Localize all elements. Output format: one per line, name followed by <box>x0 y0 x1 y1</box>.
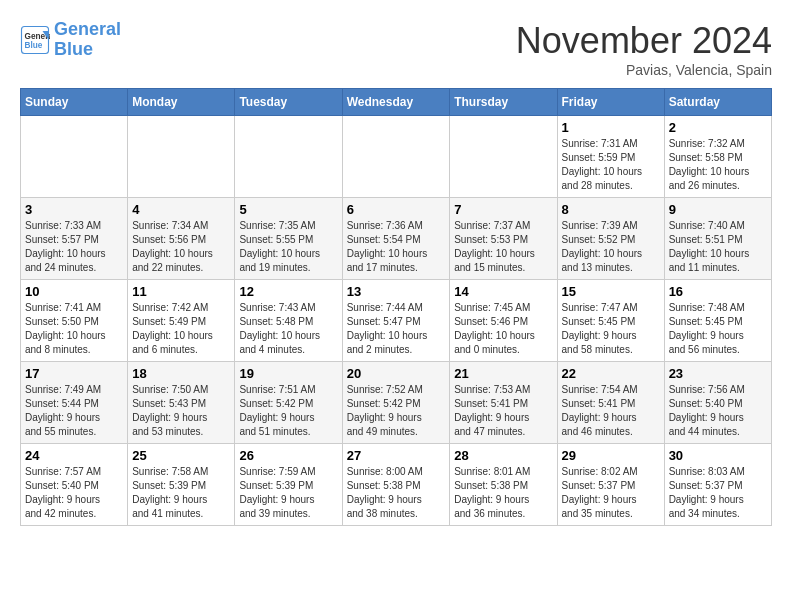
calendar-day-cell: 22Sunrise: 7:54 AM Sunset: 5:41 PM Dayli… <box>557 362 664 444</box>
day-info: Sunrise: 7:57 AM Sunset: 5:40 PM Dayligh… <box>25 465 123 521</box>
calendar-day-cell: 24Sunrise: 7:57 AM Sunset: 5:40 PM Dayli… <box>21 444 128 526</box>
day-info: Sunrise: 7:34 AM Sunset: 5:56 PM Dayligh… <box>132 219 230 275</box>
day-number: 30 <box>669 448 767 463</box>
day-number: 18 <box>132 366 230 381</box>
calendar-day-cell <box>235 116 342 198</box>
day-info: Sunrise: 7:56 AM Sunset: 5:40 PM Dayligh… <box>669 383 767 439</box>
calendar-day-cell: 13Sunrise: 7:44 AM Sunset: 5:47 PM Dayli… <box>342 280 450 362</box>
title-block: November 2024 Pavias, Valencia, Spain <box>516 20 772 78</box>
day-info: Sunrise: 7:32 AM Sunset: 5:58 PM Dayligh… <box>669 137 767 193</box>
day-number: 29 <box>562 448 660 463</box>
calendar-day-cell: 1Sunrise: 7:31 AM Sunset: 5:59 PM Daylig… <box>557 116 664 198</box>
weekday-header: Friday <box>557 89 664 116</box>
calendar-day-cell: 16Sunrise: 7:48 AM Sunset: 5:45 PM Dayli… <box>664 280 771 362</box>
day-number: 5 <box>239 202 337 217</box>
weekday-header: Sunday <box>21 89 128 116</box>
logo-icon: General Blue <box>20 25 50 55</box>
calendar-day-cell: 17Sunrise: 7:49 AM Sunset: 5:44 PM Dayli… <box>21 362 128 444</box>
day-info: Sunrise: 7:45 AM Sunset: 5:46 PM Dayligh… <box>454 301 552 357</box>
day-info: Sunrise: 7:39 AM Sunset: 5:52 PM Dayligh… <box>562 219 660 275</box>
day-info: Sunrise: 7:58 AM Sunset: 5:39 PM Dayligh… <box>132 465 230 521</box>
day-number: 16 <box>669 284 767 299</box>
day-info: Sunrise: 7:35 AM Sunset: 5:55 PM Dayligh… <box>239 219 337 275</box>
day-number: 13 <box>347 284 446 299</box>
day-number: 19 <box>239 366 337 381</box>
calendar-day-cell: 6Sunrise: 7:36 AM Sunset: 5:54 PM Daylig… <box>342 198 450 280</box>
day-number: 20 <box>347 366 446 381</box>
day-number: 21 <box>454 366 552 381</box>
calendar-week-row: 17Sunrise: 7:49 AM Sunset: 5:44 PM Dayli… <box>21 362 772 444</box>
day-number: 25 <box>132 448 230 463</box>
calendar-day-cell: 2Sunrise: 7:32 AM Sunset: 5:58 PM Daylig… <box>664 116 771 198</box>
calendar-day-cell: 20Sunrise: 7:52 AM Sunset: 5:42 PM Dayli… <box>342 362 450 444</box>
day-number: 8 <box>562 202 660 217</box>
day-info: Sunrise: 7:49 AM Sunset: 5:44 PM Dayligh… <box>25 383 123 439</box>
day-number: 7 <box>454 202 552 217</box>
calendar-day-cell <box>128 116 235 198</box>
day-info: Sunrise: 7:37 AM Sunset: 5:53 PM Dayligh… <box>454 219 552 275</box>
calendar-day-cell <box>342 116 450 198</box>
day-number: 2 <box>669 120 767 135</box>
calendar-day-cell: 3Sunrise: 7:33 AM Sunset: 5:57 PM Daylig… <box>21 198 128 280</box>
calendar-week-row: 10Sunrise: 7:41 AM Sunset: 5:50 PM Dayli… <box>21 280 772 362</box>
page-header: General Blue GeneralBlue November 2024 P… <box>20 20 772 78</box>
calendar-day-cell: 12Sunrise: 7:43 AM Sunset: 5:48 PM Dayli… <box>235 280 342 362</box>
day-number: 3 <box>25 202 123 217</box>
calendar-day-cell: 19Sunrise: 7:51 AM Sunset: 5:42 PM Dayli… <box>235 362 342 444</box>
day-number: 1 <box>562 120 660 135</box>
day-number: 6 <box>347 202 446 217</box>
day-info: Sunrise: 7:41 AM Sunset: 5:50 PM Dayligh… <box>25 301 123 357</box>
weekday-header: Saturday <box>664 89 771 116</box>
calendar-day-cell: 10Sunrise: 7:41 AM Sunset: 5:50 PM Dayli… <box>21 280 128 362</box>
calendar-day-cell: 26Sunrise: 7:59 AM Sunset: 5:39 PM Dayli… <box>235 444 342 526</box>
day-number: 26 <box>239 448 337 463</box>
calendar-day-cell: 21Sunrise: 7:53 AM Sunset: 5:41 PM Dayli… <box>450 362 557 444</box>
day-info: Sunrise: 7:36 AM Sunset: 5:54 PM Dayligh… <box>347 219 446 275</box>
calendar-day-cell: 30Sunrise: 8:03 AM Sunset: 5:37 PM Dayli… <box>664 444 771 526</box>
day-number: 23 <box>669 366 767 381</box>
calendar-day-cell: 27Sunrise: 8:00 AM Sunset: 5:38 PM Dayli… <box>342 444 450 526</box>
calendar-day-cell: 15Sunrise: 7:47 AM Sunset: 5:45 PM Dayli… <box>557 280 664 362</box>
day-number: 17 <box>25 366 123 381</box>
day-info: Sunrise: 7:33 AM Sunset: 5:57 PM Dayligh… <box>25 219 123 275</box>
day-info: Sunrise: 7:47 AM Sunset: 5:45 PM Dayligh… <box>562 301 660 357</box>
day-info: Sunrise: 8:02 AM Sunset: 5:37 PM Dayligh… <box>562 465 660 521</box>
day-number: 15 <box>562 284 660 299</box>
calendar-day-cell <box>21 116 128 198</box>
day-info: Sunrise: 8:01 AM Sunset: 5:38 PM Dayligh… <box>454 465 552 521</box>
day-number: 12 <box>239 284 337 299</box>
day-number: 28 <box>454 448 552 463</box>
calendar-day-cell: 9Sunrise: 7:40 AM Sunset: 5:51 PM Daylig… <box>664 198 771 280</box>
calendar-day-cell: 14Sunrise: 7:45 AM Sunset: 5:46 PM Dayli… <box>450 280 557 362</box>
weekday-header: Wednesday <box>342 89 450 116</box>
day-number: 10 <box>25 284 123 299</box>
calendar-day-cell: 7Sunrise: 7:37 AM Sunset: 5:53 PM Daylig… <box>450 198 557 280</box>
day-info: Sunrise: 7:48 AM Sunset: 5:45 PM Dayligh… <box>669 301 767 357</box>
calendar-week-row: 1Sunrise: 7:31 AM Sunset: 5:59 PM Daylig… <box>21 116 772 198</box>
calendar-day-cell: 11Sunrise: 7:42 AM Sunset: 5:49 PM Dayli… <box>128 280 235 362</box>
day-info: Sunrise: 7:42 AM Sunset: 5:49 PM Dayligh… <box>132 301 230 357</box>
calendar-day-cell: 28Sunrise: 8:01 AM Sunset: 5:38 PM Dayli… <box>450 444 557 526</box>
weekday-header-row: SundayMondayTuesdayWednesdayThursdayFrid… <box>21 89 772 116</box>
day-info: Sunrise: 7:44 AM Sunset: 5:47 PM Dayligh… <box>347 301 446 357</box>
day-info: Sunrise: 7:40 AM Sunset: 5:51 PM Dayligh… <box>669 219 767 275</box>
day-number: 22 <box>562 366 660 381</box>
logo: General Blue GeneralBlue <box>20 20 121 60</box>
weekday-header: Tuesday <box>235 89 342 116</box>
month-title: November 2024 <box>516 20 772 62</box>
calendar-header: SundayMondayTuesdayWednesdayThursdayFrid… <box>21 89 772 116</box>
calendar-table: SundayMondayTuesdayWednesdayThursdayFrid… <box>20 88 772 526</box>
calendar-day-cell <box>450 116 557 198</box>
day-info: Sunrise: 8:00 AM Sunset: 5:38 PM Dayligh… <box>347 465 446 521</box>
day-number: 14 <box>454 284 552 299</box>
calendar-day-cell: 29Sunrise: 8:02 AM Sunset: 5:37 PM Dayli… <box>557 444 664 526</box>
calendar-day-cell: 23Sunrise: 7:56 AM Sunset: 5:40 PM Dayli… <box>664 362 771 444</box>
day-info: Sunrise: 7:52 AM Sunset: 5:42 PM Dayligh… <box>347 383 446 439</box>
calendar-week-row: 24Sunrise: 7:57 AM Sunset: 5:40 PM Dayli… <box>21 444 772 526</box>
weekday-header: Monday <box>128 89 235 116</box>
day-info: Sunrise: 7:54 AM Sunset: 5:41 PM Dayligh… <box>562 383 660 439</box>
day-info: Sunrise: 7:53 AM Sunset: 5:41 PM Dayligh… <box>454 383 552 439</box>
day-number: 11 <box>132 284 230 299</box>
day-info: Sunrise: 7:31 AM Sunset: 5:59 PM Dayligh… <box>562 137 660 193</box>
weekday-header: Thursday <box>450 89 557 116</box>
